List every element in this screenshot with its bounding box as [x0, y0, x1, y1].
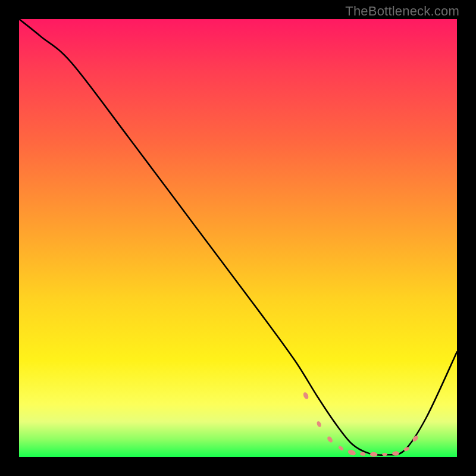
- watermark-text: TheBottleneck.com: [345, 4, 459, 19]
- sweet-spot-dot: [326, 436, 333, 443]
- sweet-spot-dot: [347, 449, 357, 456]
- sweet-spot-dot: [338, 445, 345, 451]
- bottleneck-curve: [19, 19, 457, 455]
- sweet-spot-dot: [302, 392, 309, 400]
- chart-stage: TheBottleneck.com: [0, 0, 476, 476]
- sweet-spot-dot: [370, 452, 378, 456]
- plot-area: [18, 18, 458, 458]
- sweet-spot-dot: [382, 453, 387, 456]
- sweet-spot-dot: [316, 421, 322, 428]
- curve-layer: [19, 19, 457, 457]
